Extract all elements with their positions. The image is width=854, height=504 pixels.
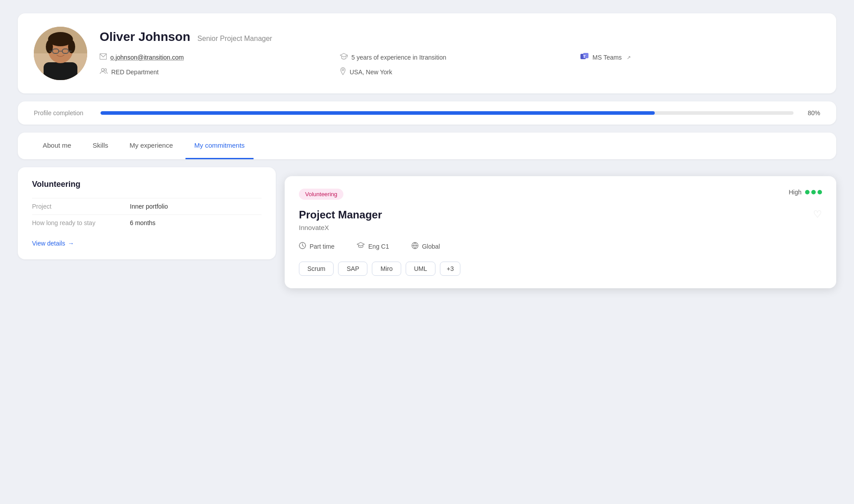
profile-department-item: RED Department: [100, 67, 340, 77]
tab-about-me[interactable]: About me: [34, 133, 80, 159]
priority-dot-3: [818, 190, 822, 194]
svg-point-21: [342, 69, 344, 71]
msteams-label: MS Teams: [592, 54, 622, 61]
profile-name: Oliver Johnson: [100, 30, 190, 44]
job-language-item: Eng C1: [357, 242, 389, 251]
completion-percent: 80%: [802, 109, 820, 117]
svg-point-20: [105, 69, 107, 71]
profile-name-row: Oliver Johnson Senior Project Manager: [100, 30, 820, 44]
svg-rect-3: [44, 62, 77, 80]
completion-label: Profile completion: [34, 109, 92, 117]
skill-tag-sap: SAP: [338, 262, 367, 276]
skill-tag-uml: UML: [406, 262, 436, 276]
content-row: Volunteering Project Inner portfolio How…: [18, 167, 836, 288]
priority-dots: [805, 190, 822, 194]
row-value-duration: 6 months: [130, 215, 262, 231]
job-geography-text: Global: [422, 243, 440, 250]
tab-my-commitments[interactable]: My commitments: [185, 133, 254, 159]
detail-table: Project Inner portfolio How long ready t…: [32, 198, 262, 231]
job-skills-tags: Scrum SAP Miro UML +3: [299, 262, 822, 276]
profile-location-item: USA, New York: [340, 67, 580, 77]
graduation-icon: [340, 53, 348, 62]
volunteering-card: Volunteering Project Inner portfolio How…: [18, 167, 276, 259]
table-row: Project Inner portfolio: [32, 198, 262, 215]
location-icon: [340, 67, 346, 77]
email-link[interactable]: o.johnson@itransition.com: [110, 54, 184, 61]
tabs-card: About me Skills My experience My commitm…: [18, 133, 836, 159]
job-meta: Part time Eng C1 Global: [299, 242, 822, 251]
volunteering-title: Volunteering: [32, 180, 262, 189]
job-card-header: Volunteering High: [299, 189, 822, 200]
profile-job-title: Senior Project Manager: [197, 35, 272, 43]
msteams-icon: T: [580, 52, 589, 63]
profile-msteams-item[interactable]: T MS Teams ↗: [580, 52, 820, 63]
profile-email-item: o.johnson@itransition.com: [100, 52, 340, 63]
tab-skills[interactable]: Skills: [84, 133, 117, 159]
skill-tag-more: +3: [440, 262, 460, 276]
priority-dot-1: [805, 190, 810, 194]
tab-my-experience[interactable]: My experience: [121, 133, 182, 159]
graduation-cap-icon: [357, 242, 365, 251]
experience-text: 5 years of experience in Itransition: [351, 54, 446, 61]
profile-completion-card: Profile completion 80%: [18, 101, 836, 125]
job-type-item: Part time: [299, 242, 334, 251]
job-language-text: Eng C1: [368, 243, 389, 250]
row-label-project: Project: [32, 198, 130, 215]
table-row: How long ready to stay 6 months: [32, 215, 262, 231]
job-type-text: Part time: [310, 243, 334, 250]
globe-icon: [411, 242, 419, 251]
progress-bar-container: [101, 111, 794, 115]
department-text: RED Department: [111, 69, 159, 76]
row-value-project: Inner portfolio: [130, 198, 262, 215]
profile-details: o.johnson@itransition.com 5 years of exp…: [100, 52, 820, 77]
priority-label: High: [789, 189, 802, 196]
svg-text:T: T: [583, 54, 586, 59]
skill-tag-miro: Miro: [372, 262, 401, 276]
arrow-icon: →: [68, 240, 74, 247]
avatar: [34, 27, 87, 80]
svg-point-19: [101, 69, 104, 71]
view-details-label: View details: [32, 240, 65, 247]
job-card: Volunteering High Project Manager ♡ Inno…: [285, 176, 836, 288]
location-text: USA, New York: [350, 69, 392, 76]
job-company: InnovatеX: [299, 224, 822, 231]
priority-section: High: [789, 189, 822, 196]
profile-experience-item: 5 years of experience in Itransition: [340, 52, 580, 63]
envelope-icon: [100, 53, 107, 61]
priority-dot-2: [811, 190, 816, 194]
heart-icon[interactable]: ♡: [813, 209, 822, 220]
row-label-duration: How long ready to stay: [32, 215, 130, 231]
external-link-icon: ↗: [627, 55, 631, 60]
clock-icon: [299, 242, 306, 251]
job-geography-item: Global: [411, 242, 440, 251]
job-title: Project Manager: [299, 209, 382, 221]
tabs-list: About me Skills My experience My commitm…: [34, 133, 820, 159]
progress-bar-fill: [101, 111, 655, 115]
skill-tag-scrum: Scrum: [299, 262, 334, 276]
job-title-row: Project Manager ♡: [299, 209, 822, 221]
job-tag: Volunteering: [299, 189, 343, 200]
profile-info: Oliver Johnson Senior Project Manager o.…: [100, 30, 820, 77]
users-icon: [100, 68, 108, 76]
view-details-link[interactable]: View details →: [32, 240, 262, 247]
profile-card: Oliver Johnson Senior Project Manager o.…: [18, 13, 836, 93]
